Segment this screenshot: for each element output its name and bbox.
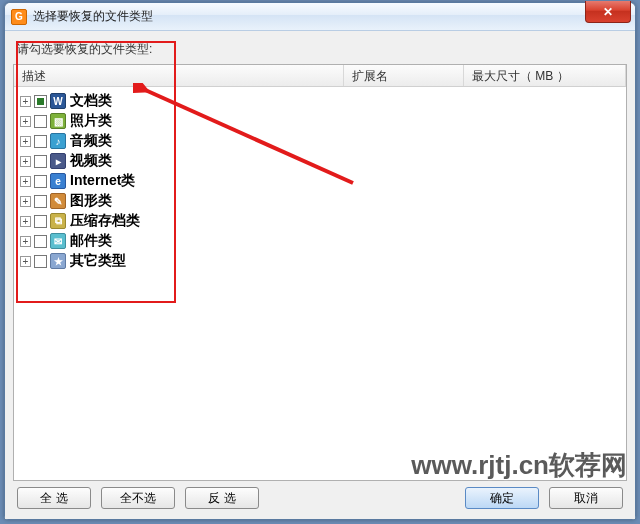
category-checkbox[interactable]	[34, 235, 47, 248]
category-checkbox[interactable]	[34, 155, 47, 168]
category-row-mail[interactable]: +✉邮件类	[16, 231, 624, 251]
button-row: 全 选 全不选 反 选 确定 取消	[13, 481, 627, 511]
category-label: 图形类	[70, 192, 112, 210]
category-label: 照片类	[70, 112, 112, 130]
expand-icon[interactable]: +	[20, 96, 31, 107]
column-extension[interactable]: 扩展名	[344, 65, 464, 86]
audio-icon: ♪	[50, 133, 66, 149]
expand-icon[interactable]: +	[20, 236, 31, 247]
zip-icon: ⧉	[50, 213, 66, 229]
category-checkbox[interactable]	[34, 115, 47, 128]
column-maxsize[interactable]: 最大尺寸（ MB ）	[464, 65, 626, 86]
expand-icon[interactable]: +	[20, 156, 31, 167]
category-checkbox[interactable]	[34, 135, 47, 148]
category-label: 音频类	[70, 132, 112, 150]
category-checkbox[interactable]	[34, 215, 47, 228]
expand-icon[interactable]: +	[20, 256, 31, 267]
column-headers: 描述 扩展名 最大尺寸（ MB ）	[14, 65, 626, 87]
category-checkbox[interactable]	[34, 255, 47, 268]
client-area: 请勾选要恢复的文件类型: 描述 扩展名 最大尺寸（ MB ） +W文档类+▧照片…	[5, 31, 635, 519]
close-button[interactable]: ✕	[585, 1, 631, 23]
category-row-net[interactable]: +eInternet类	[16, 171, 624, 191]
app-icon: G	[11, 9, 27, 25]
close-icon: ✕	[603, 5, 613, 19]
category-row-graph[interactable]: +✎图形类	[16, 191, 624, 211]
category-checkbox[interactable]	[34, 175, 47, 188]
net-icon: e	[50, 173, 66, 189]
category-label: 邮件类	[70, 232, 112, 250]
cancel-button[interactable]: 取消	[549, 487, 623, 509]
window-title: 选择要恢复的文件类型	[33, 8, 153, 25]
select-all-button[interactable]: 全 选	[17, 487, 91, 509]
category-label: 压缩存档类	[70, 212, 140, 230]
spacer	[269, 487, 455, 509]
graph-icon: ✎	[50, 193, 66, 209]
invert-selection-button[interactable]: 反 选	[185, 487, 259, 509]
instruction-text: 请勾选要恢复的文件类型:	[13, 39, 627, 60]
category-checkbox[interactable]	[34, 195, 47, 208]
category-row-zip[interactable]: +⧉压缩存档类	[16, 211, 624, 231]
expand-icon[interactable]: +	[20, 176, 31, 187]
expand-icon[interactable]: +	[20, 216, 31, 227]
video-icon: ▸	[50, 153, 66, 169]
select-none-button[interactable]: 全不选	[101, 487, 175, 509]
category-row-doc[interactable]: +W文档类	[16, 91, 624, 111]
category-row-video[interactable]: +▸视频类	[16, 151, 624, 171]
category-row-other[interactable]: +★其它类型	[16, 251, 624, 271]
ok-button[interactable]: 确定	[465, 487, 539, 509]
doc-icon: W	[50, 93, 66, 109]
titlebar[interactable]: G 选择要恢复的文件类型 ✕	[5, 3, 635, 31]
mail-icon: ✉	[50, 233, 66, 249]
file-type-listview: 描述 扩展名 最大尺寸（ MB ） +W文档类+▧照片类+♪音频类+▸视频类+e…	[13, 64, 627, 481]
photo-icon: ▧	[50, 113, 66, 129]
category-row-audio[interactable]: +♪音频类	[16, 131, 624, 151]
expand-icon[interactable]: +	[20, 136, 31, 147]
category-label: 视频类	[70, 152, 112, 170]
category-label: 文档类	[70, 92, 112, 110]
category-checkbox[interactable]	[34, 95, 47, 108]
other-icon: ★	[50, 253, 66, 269]
dialog-window: G 选择要恢复的文件类型 ✕ 请勾选要恢复的文件类型: 描述 扩展名 最大尺寸（…	[4, 2, 636, 520]
category-row-photo[interactable]: +▧照片类	[16, 111, 624, 131]
category-tree[interactable]: +W文档类+▧照片类+♪音频类+▸视频类+eInternet类+✎图形类+⧉压缩…	[14, 87, 626, 480]
category-label: Internet类	[70, 172, 135, 190]
category-label: 其它类型	[70, 252, 126, 270]
expand-icon[interactable]: +	[20, 116, 31, 127]
expand-icon[interactable]: +	[20, 196, 31, 207]
column-description[interactable]: 描述	[14, 65, 344, 86]
